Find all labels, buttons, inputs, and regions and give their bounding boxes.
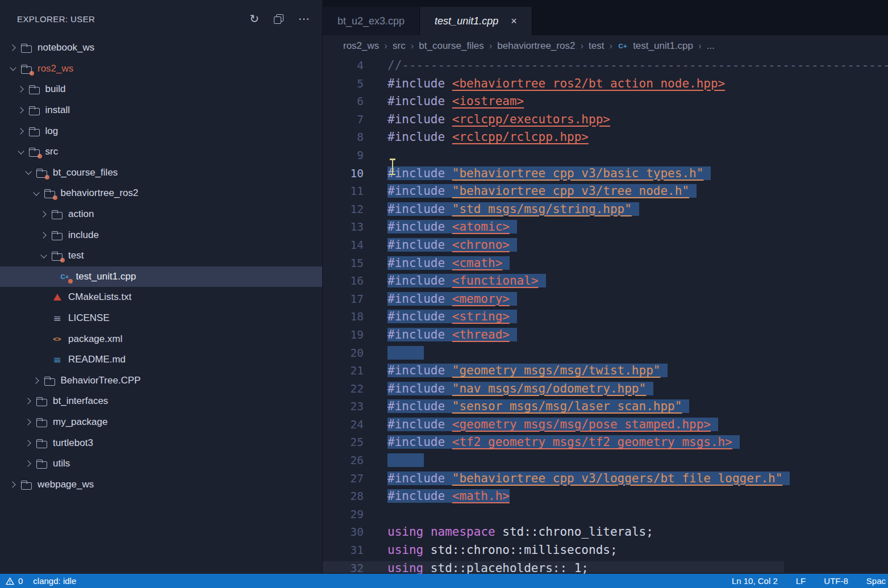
line-number[interactable]: 18 bbox=[323, 308, 364, 326]
tree-item-test[interactable]: test bbox=[0, 245, 322, 266]
tab-test-unit1-cpp[interactable]: test_unit1.cpp× bbox=[420, 7, 532, 35]
line-number[interactable]: 30 bbox=[323, 523, 364, 541]
eol-indicator[interactable]: LF bbox=[796, 576, 806, 586]
line-number[interactable]: 9 bbox=[323, 147, 364, 165]
line-number[interactable]: 26 bbox=[323, 452, 364, 470]
code-line[interactable]: 4//-------------------------------------… bbox=[323, 57, 888, 75]
line-number[interactable]: 28 bbox=[323, 487, 364, 506]
code-line[interactable]: 20 bbox=[323, 344, 888, 362]
more-actions-icon[interactable]: ⋯ bbox=[298, 13, 310, 24]
code-line[interactable]: 24#include <geometry_msgs/msg/pose_stamp… bbox=[323, 416, 888, 434]
tree-item-log[interactable]: log bbox=[0, 120, 322, 141]
tree-item-install[interactable]: install bbox=[0, 100, 322, 121]
code-line[interactable]: 5#include <behaviortree_ros2/bt_action_n… bbox=[323, 75, 888, 93]
tree-item-webpage-ws[interactable]: webpage_ws bbox=[0, 474, 322, 495]
code-line[interactable]: 23#include "sensor_msgs/msg/laser_scan.h… bbox=[323, 398, 888, 416]
code-line[interactable]: 6#include <iostream> bbox=[323, 93, 888, 111]
encoding-indicator[interactable]: UTF-8 bbox=[824, 576, 848, 586]
collapse-folders-icon[interactable] bbox=[274, 14, 284, 24]
breadcrumb-item-[interactable]: ... bbox=[707, 40, 715, 52]
line-number[interactable]: 21 bbox=[323, 362, 364, 380]
code-line[interactable]: 21#include "geometry_msgs/msg/twist.hpp" bbox=[323, 362, 888, 380]
code-line[interactable]: 12#include "std_msgs/msg/string.hpp" bbox=[323, 201, 888, 219]
line-number[interactable]: 7 bbox=[323, 111, 364, 129]
indentation-indicator[interactable]: Spac bbox=[866, 576, 886, 586]
code-line[interactable]: 31using std::chrono::milliseconds; bbox=[323, 541, 888, 560]
line-number[interactable]: 16 bbox=[323, 272, 364, 290]
line-number[interactable]: 12 bbox=[323, 201, 364, 219]
tree-item-package-xml[interactable]: package.xml bbox=[0, 328, 322, 349]
code-line[interactable]: 8#include <rclcpp/rclcpp.hpp> bbox=[323, 128, 888, 147]
code-line[interactable]: 26 bbox=[323, 452, 888, 470]
code-line[interactable]: 14#include <chrono> bbox=[323, 236, 888, 255]
code-line[interactable]: 9 bbox=[323, 147, 888, 165]
tree-item-notebook-ws[interactable]: notebook_ws bbox=[0, 37, 322, 59]
language-server-status[interactable]: clangd: idle bbox=[33, 576, 76, 586]
line-number[interactable]: 11 bbox=[323, 182, 364, 201]
line-number[interactable]: 20 bbox=[323, 344, 364, 362]
code-line[interactable]: 25#include <tf2_geometry_msgs/tf2_geomet… bbox=[323, 433, 888, 452]
tree-item-ros2-ws[interactable]: ros2_ws bbox=[0, 59, 322, 80]
tree-item-readme-md[interactable]: README.md bbox=[0, 349, 322, 370]
code-line[interactable]: 16#include <functional> bbox=[323, 272, 888, 290]
code-line[interactable]: 22#include "nav_msgs/msg/odometry.hpp" bbox=[323, 380, 888, 398]
breadcrumb-item-test[interactable]: test bbox=[589, 40, 604, 52]
breadcrumb-item-ros2-ws[interactable]: ros2_ws bbox=[343, 40, 379, 52]
code-line[interactable]: 19#include <thread> bbox=[323, 326, 888, 344]
refresh-icon[interactable]: ↻ bbox=[249, 13, 259, 24]
line-number[interactable]: 31 bbox=[323, 541, 364, 560]
line-number[interactable]: 17 bbox=[323, 290, 364, 308]
tree-item-cmakelists-txt[interactable]: CMakeLists.txt bbox=[0, 287, 322, 308]
line-number[interactable]: 6 bbox=[323, 93, 364, 111]
line-number[interactable]: 23 bbox=[323, 398, 364, 416]
line-number[interactable]: 15 bbox=[323, 255, 364, 273]
tree-item-src[interactable]: src bbox=[0, 141, 322, 162]
tree-item-include[interactable]: include bbox=[0, 224, 322, 245]
code-line[interactable]: 29 bbox=[323, 506, 888, 524]
breadcrumb-item-test-unit1-cpp[interactable]: test_unit1.cpp bbox=[633, 40, 693, 52]
breadcrumb-item-behaviortree-ros2[interactable]: behaviortree_ros2 bbox=[497, 40, 575, 52]
line-number[interactable]: 10 bbox=[323, 165, 364, 183]
code-editor[interactable]: 4//-------------------------------------… bbox=[323, 57, 888, 574]
tree-item-action[interactable]: action bbox=[0, 204, 322, 225]
code-line[interactable]: 28#include <math.h> bbox=[323, 487, 888, 506]
line-number[interactable]: 22 bbox=[323, 380, 364, 398]
tree-item-build[interactable]: build bbox=[0, 79, 322, 100]
line-number[interactable]: 8 bbox=[323, 128, 364, 147]
tab-bt-u2-ex3-cpp[interactable]: bt_u2_ex3.cpp bbox=[323, 7, 420, 35]
code-line[interactable]: 17#include <memory> bbox=[323, 290, 888, 308]
code-line[interactable]: 13#include <atomic> bbox=[323, 218, 888, 236]
code-line[interactable]: 27#include "behaviortree_cpp_v3/loggers/… bbox=[323, 470, 888, 488]
tree-item-license[interactable]: LICENSE bbox=[0, 308, 322, 329]
line-number[interactable]: 19 bbox=[323, 326, 364, 344]
problems-status[interactable]: 0 bbox=[6, 576, 23, 586]
tree-item-turtlebot3[interactable]: turtlebot3 bbox=[0, 432, 322, 453]
breadcrumb-item-bt-course-files[interactable]: bt_course_files bbox=[419, 40, 483, 52]
line-number[interactable]: 14 bbox=[323, 236, 364, 255]
code-line[interactable]: 10#include "behaviortree_cpp_v3/basic_ty… bbox=[323, 165, 888, 183]
warning-count: 0 bbox=[18, 576, 23, 586]
tree-item-utils[interactable]: utils bbox=[0, 453, 322, 474]
tree-item-my-package[interactable]: my_package bbox=[0, 412, 322, 433]
horizontal-scrollbar[interactable] bbox=[323, 561, 784, 573]
close-icon[interactable]: × bbox=[511, 15, 517, 27]
code-line[interactable]: 18#include <string> bbox=[323, 308, 888, 326]
tree-item-bt-interfaces[interactable]: bt_interfaces bbox=[0, 391, 322, 412]
code-line[interactable]: 30using namespace std::chrono_literals; bbox=[323, 523, 888, 541]
cursor-position[interactable]: Ln 10, Col 2 bbox=[732, 576, 778, 586]
line-number[interactable]: 24 bbox=[323, 416, 364, 434]
tree-item-behaviortree-cpp[interactable]: BehaviorTree.CPP bbox=[0, 370, 322, 391]
breadcrumb-item-src[interactable]: src bbox=[393, 40, 406, 52]
code-line[interactable]: 15#include <cmath> bbox=[323, 255, 888, 273]
line-number[interactable]: 5 bbox=[323, 75, 364, 93]
line-number[interactable]: 4 bbox=[323, 57, 364, 75]
tree-item-bt-course-files[interactable]: bt_course_files bbox=[0, 162, 322, 184]
tree-item-behaviortree-ros2[interactable]: behaviortree_ros2 bbox=[0, 183, 322, 204]
line-number[interactable]: 27 bbox=[323, 470, 364, 488]
line-number[interactable]: 29 bbox=[323, 506, 364, 524]
line-number[interactable]: 25 bbox=[323, 433, 364, 452]
tree-item-test-unit1-cpp[interactable]: test_unit1.cpp bbox=[0, 266, 322, 287]
line-number[interactable]: 13 bbox=[323, 218, 364, 236]
code-line[interactable]: 11#include "behaviortree_cpp_v3/tree_nod… bbox=[323, 182, 888, 201]
code-line[interactable]: 7#include <rclcpp/executors.hpp> bbox=[323, 111, 888, 129]
